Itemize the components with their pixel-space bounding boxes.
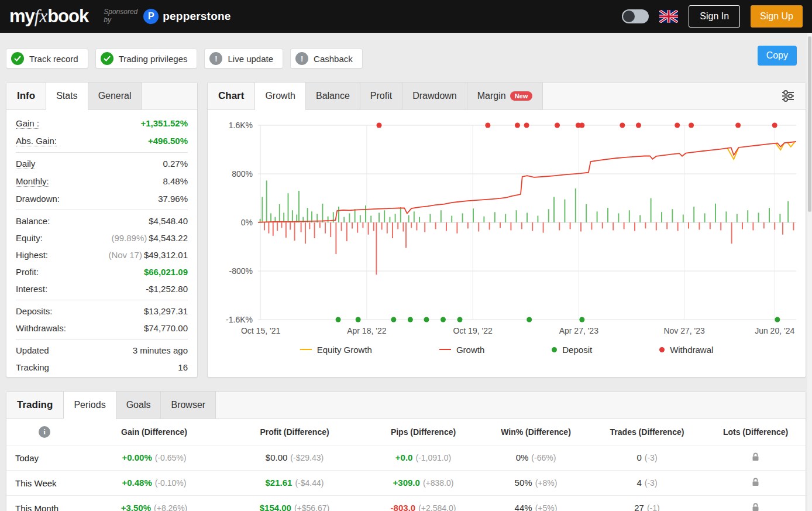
stat-label: Updated <box>16 345 49 355</box>
cell-diff: (-$29.43) <box>290 453 324 462</box>
stats-group: Daily0.27%Monthly:8.48%Drawdown:37.96% <box>16 152 188 210</box>
cell-diff: (-0.65%) <box>155 453 187 462</box>
badge-live-update[interactable]: !Live update <box>204 49 283 68</box>
tab-periods[interactable]: Periods <box>63 392 115 419</box>
legend-swatch-growth <box>439 349 451 350</box>
svg-text:800%: 800% <box>232 169 253 179</box>
tab-goals[interactable]: Goals <box>116 392 161 419</box>
stat-row: Tracking16 <box>16 359 188 376</box>
table-row: This Week+0.48%(-0.10%)$21.61(-$4.44)+30… <box>6 470 806 495</box>
cell-value: +3.50% <box>121 503 151 511</box>
scrollbar-thumb[interactable] <box>808 36 811 212</box>
cell-value: +0.0 <box>395 452 413 462</box>
stat-row: Interest:-$1,252.80 <box>16 280 188 297</box>
stat-value-text: $74,770.00 <box>144 323 188 333</box>
table-cell: +3.50%(+8.26%) <box>82 503 226 511</box>
tab-drawdown[interactable]: Drawdown <box>402 83 467 109</box>
stat-prefix: (99.89%) <box>111 233 147 243</box>
row-label: This Month <box>6 503 82 511</box>
stat-value-text: +1,351.52% <box>141 118 188 128</box>
top-right-controls: Sign In Sign Up <box>622 5 803 28</box>
stat-row: Highest:(Nov 17)$49,312.01 <box>16 246 188 263</box>
myfxbook-logo[interactable]: myfxbook <box>9 6 88 27</box>
check-mark <box>14 56 21 61</box>
stat-label: Tracking <box>16 362 49 372</box>
stat-value: (Nov 17)$49,312.01 <box>108 250 188 260</box>
table-cell: +0.00%(-0.65%) <box>82 452 226 463</box>
table-cell: 4(-3) <box>589 478 706 488</box>
tab-label: Growth <box>265 91 295 101</box>
sign-in-button[interactable]: Sign In <box>689 5 740 28</box>
stat-value-text: $66,021.09 <box>144 267 188 277</box>
tab-stats[interactable]: Stats <box>46 83 87 110</box>
stat-row: Updated3 minutes ago <box>16 342 188 359</box>
stat-prefix: (Nov 17) <box>108 250 142 260</box>
column-header-win: Win% (Difference) <box>483 427 589 437</box>
stat-row: Gain :+1,351.52% <box>16 115 188 132</box>
stat-value: +1,351.52% <box>141 118 188 128</box>
table-cell: 50%(+8%) <box>483 478 589 488</box>
column-header-profit: Profit (Difference) <box>226 427 363 437</box>
chart-settings-button[interactable] <box>770 83 806 109</box>
badge-label: Cashback <box>314 54 353 64</box>
tab-browser[interactable]: Browser <box>160 392 216 419</box>
table-cell <box>706 478 806 489</box>
chart-panel-title: Chart <box>208 83 254 109</box>
stat-row: Deposits:$13,297.31 <box>16 303 188 320</box>
svg-text:1.6K%: 1.6K% <box>229 121 253 130</box>
growth-chart: 1.6K%800%0%-800%-1.6K%Oct 15, '21Apr 18,… <box>211 114 802 337</box>
lock-icon <box>752 478 759 488</box>
row-label: This Week <box>6 478 82 488</box>
lock-shape <box>752 478 759 486</box>
sign-up-button[interactable]: Sign Up <box>751 5 803 28</box>
info-stats-card: Info StatsGeneral Gain :+1,351.52%Abs. G… <box>6 82 198 378</box>
stat-label: Daily <box>16 159 35 169</box>
badge-trading-privileges[interactable]: Trading privileges <box>95 49 198 68</box>
tab-profit[interactable]: Profit <box>360 83 402 109</box>
svg-text:Apr 18, '22: Apr 18, '22 <box>347 326 386 335</box>
tab-margin[interactable]: MarginNew <box>467 83 543 109</box>
badge-cashback[interactable]: !Cashback <box>290 49 363 68</box>
copy-button[interactable]: Copy <box>758 46 797 66</box>
cell-value: 0 <box>636 452 641 462</box>
stat-label: Withdrawals: <box>16 323 66 333</box>
table-cell: 0%(-66%) <box>483 452 589 463</box>
chart-tabs: GrowthBalanceProfitDrawdownMarginNew <box>254 83 543 109</box>
stat-row: Drawdown:37.96% <box>16 190 188 207</box>
cell-value: 50% <box>515 478 532 488</box>
svg-text:Oct 19, '22: Oct 19, '22 <box>453 326 492 335</box>
sponsored-by-label: Sponsored by <box>104 8 137 25</box>
cell-value: -803.0 <box>391 503 416 511</box>
cell-value: +309.0 <box>393 478 420 488</box>
theme-toggle[interactable] <box>622 9 649 23</box>
pepperstone-name: pepperstone <box>163 10 230 23</box>
legend-label: Deposit <box>562 345 592 355</box>
stat-label: Highest: <box>16 250 48 260</box>
legend-swatch-equity-growth <box>300 349 312 350</box>
column-header-trades: Trades (Difference) <box>589 427 706 437</box>
tab-label: Stats <box>56 91 77 101</box>
periods-panel-title: Trading <box>6 392 63 419</box>
pepperstone-logo[interactable]: P pepperstone <box>143 9 230 24</box>
stat-label: Gain : <box>16 118 39 129</box>
tab-balance[interactable]: Balance <box>305 83 360 109</box>
stat-value: -$1,252.80 <box>146 284 188 294</box>
stat-value: (99.89%)$4,543.22 <box>111 233 188 243</box>
tab-general[interactable]: General <box>88 83 142 109</box>
badge-track-record[interactable]: Track record <box>6 49 88 68</box>
info-icon[interactable]: i <box>39 426 50 438</box>
uk-flag-icon[interactable] <box>659 10 678 23</box>
scrollbar-track <box>807 33 812 511</box>
stat-row: Balance:$4,548.40 <box>16 212 188 229</box>
cell-diff: (-1) <box>647 503 660 511</box>
tab-growth[interactable]: Growth <box>254 83 305 110</box>
lock-icon <box>752 453 759 463</box>
sliders-icon <box>781 90 795 102</box>
svg-text:-800%: -800% <box>229 266 253 276</box>
stats-list: Gain :+1,351.52%Abs. Gain:+496.50%Daily0… <box>6 110 197 383</box>
badge-label: Trading privileges <box>119 54 188 64</box>
stat-label: Abs. Gain: <box>16 136 57 146</box>
svg-text:Jun 20, '24: Jun 20, '24 <box>755 326 794 335</box>
cell-value: $0.00 <box>266 452 288 462</box>
stat-value-text: $13,297.31 <box>144 306 188 316</box>
